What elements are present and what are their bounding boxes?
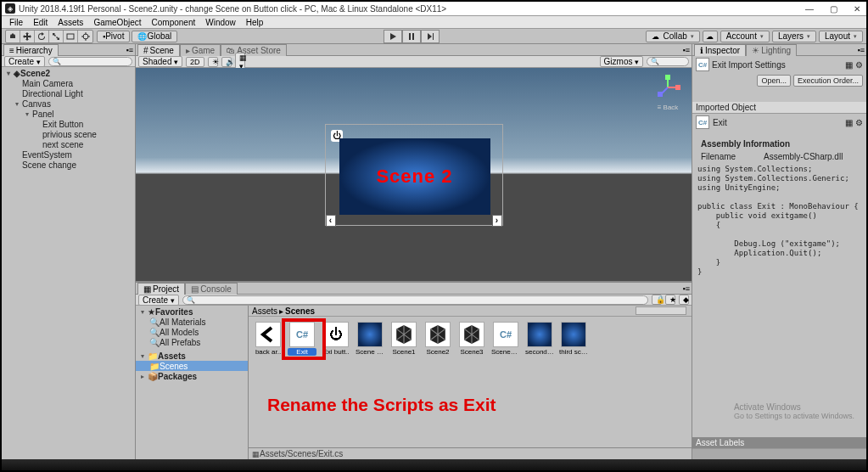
persp-label[interactable]: ≡ Back <box>658 104 679 111</box>
step-button[interactable] <box>421 30 440 43</box>
titlebar: ◈ Unity 2018.4.19f1 Personal - Scene2.un… <box>2 2 866 16</box>
play-button[interactable] <box>384 30 402 43</box>
svg-rect-6 <box>675 85 680 90</box>
tab-project[interactable]: ▦ Project <box>137 283 185 295</box>
panel-menu-icon[interactable]: ▪≡ <box>683 284 690 293</box>
cloud-button[interactable]: ☁ <box>703 31 718 42</box>
cs-icon: C# <box>696 115 709 129</box>
asset-item[interactable]: C#Exit <box>288 322 316 356</box>
menu-assets[interactable]: Assets <box>53 18 87 27</box>
rotate-tool-button[interactable] <box>35 31 49 42</box>
tab-game[interactable]: ▸ Game <box>180 44 221 56</box>
menu-edit[interactable]: Edit <box>29 18 52 27</box>
help-icon[interactable]: ▦ ⚙ <box>845 60 863 70</box>
hierarchy-tab[interactable]: ≡ Hierarchy <box>3 44 59 56</box>
asset-item[interactable]: C#SceneCh.. <box>491 322 520 356</box>
rect-tool-button[interactable] <box>64 31 78 42</box>
project-create-button[interactable]: Create ▾ <box>138 295 179 306</box>
icon-size-slider[interactable] <box>636 306 686 315</box>
scenes-folder[interactable]: 📁 Scenes <box>136 361 248 371</box>
hierarchy-item[interactable]: privious scene <box>2 129 135 139</box>
scene-search-input[interactable]: 🔍 <box>647 57 689 66</box>
scene-view[interactable]: ≡ Back ⏻ Scene 2 ‹ › <box>136 68 692 281</box>
fav-item[interactable]: 🔍 All Models <box>136 327 248 337</box>
panel-menu-icon[interactable]: ▪≡ <box>683 46 690 54</box>
maximize-button[interactable]: ▢ <box>827 3 839 14</box>
orientation-gizmo[interactable]: ≡ Back <box>651 75 685 126</box>
fav-item[interactable]: 🔍 All Prefabs <box>136 337 248 347</box>
prev-button[interactable]: ‹ <box>326 215 336 227</box>
pause-button[interactable] <box>402 30 421 43</box>
close-button[interactable]: ✕ <box>851 3 863 14</box>
packages-folder[interactable]: ▸📦 Packages <box>136 371 248 381</box>
menu-gameobject[interactable]: GameObject <box>89 18 145 27</box>
hierarchy-item[interactable]: Main Camera <box>2 78 135 88</box>
hierarchy-item[interactable]: ▾Panel <box>2 109 135 119</box>
audio-toggle[interactable]: 🔊 <box>221 57 232 67</box>
layout-dropdown[interactable]: Layout <box>819 31 863 42</box>
filter-icon[interactable]: 🔒 <box>652 295 662 305</box>
hierarchy-search-input[interactable]: 🔍 <box>48 57 132 66</box>
menu-component[interactable]: Component <box>148 18 200 27</box>
hierarchy-item[interactable]: Scene change <box>2 160 135 170</box>
tab-lighting[interactable]: ☀ Lighting <box>746 44 797 56</box>
mode-2d-toggle[interactable]: 2D <box>186 57 204 67</box>
lighting-toggle[interactable]: ☀ <box>208 57 218 67</box>
tab-console[interactable]: ▤ Console <box>185 283 238 295</box>
filter-icon[interactable]: ★ <box>665 295 675 305</box>
tab-inspector[interactable]: ℹ Inspector <box>694 44 746 56</box>
asset-item[interactable]: third sce.. <box>559 322 588 356</box>
shaded-dropdown[interactable]: Shaded ▾ <box>138 56 182 67</box>
layers-dropdown[interactable]: Layers <box>772 31 816 42</box>
project-search-input[interactable]: 🔍 <box>182 295 648 305</box>
asset-item[interactable]: Scene3 <box>457 322 486 356</box>
asset-thumb <box>255 322 281 347</box>
windows-watermark: Activate Windows Go to Settings to activ… <box>734 402 854 420</box>
minimize-button[interactable]: — <box>804 3 815 14</box>
pivot-mode-button[interactable]: ▪ Pivot <box>97 31 130 42</box>
hierarchy-item[interactable]: next scene <box>2 139 135 149</box>
scale-tool-button[interactable] <box>49 31 64 42</box>
hierarchy-item[interactable]: Exit Button <box>2 119 135 129</box>
panel-menu-icon[interactable]: ▪≡ <box>858 46 865 54</box>
asset-labels-header[interactable]: Asset Labels <box>692 437 866 449</box>
asset-item[interactable]: second s.. <box>525 322 554 356</box>
next-button[interactable]: › <box>492 215 502 227</box>
assembly-info-header: Assembly Information <box>692 138 866 150</box>
hierarchy-item[interactable]: Directional Light <box>2 88 135 98</box>
move-tool-button[interactable] <box>20 31 35 42</box>
hierarchy-create-button[interactable]: Create ▾ <box>4 56 45 67</box>
component-menu-icon[interactable]: ▦ ⚙ <box>845 118 863 127</box>
execution-order-button[interactable]: Execution Order... <box>793 75 863 87</box>
asset-item[interactable]: back ar.. <box>254 322 283 356</box>
menu-window[interactable]: Window <box>201 18 240 27</box>
hierarchy-item[interactable]: EventSystem <box>2 149 135 160</box>
collab-dropdown[interactable]: ☁ Collab <box>646 31 699 42</box>
asset-label: Scene 1 .. <box>356 348 384 356</box>
canvas-panel[interactable]: ⏻ Scene 2 ‹ › <box>325 124 503 226</box>
menu-help[interactable]: Help <box>242 18 268 27</box>
fav-item[interactable]: 🔍 All Materials <box>136 317 248 327</box>
scene-root[interactable]: ▾◈ Scene2 <box>2 68 135 78</box>
favorites-folder[interactable]: ▾★ Favorites <box>136 306 248 317</box>
panel-menu-icon[interactable]: ▪≡ <box>126 46 133 54</box>
breadcrumb-item[interactable]: Assets <box>252 306 277 316</box>
tab-scene[interactable]: # Scene <box>137 44 180 56</box>
filter-icon[interactable]: ◆ <box>679 295 689 305</box>
asset-item[interactable]: Scene2 <box>423 322 452 356</box>
asset-label: Scene1 <box>389 348 418 356</box>
asset-item[interactable]: Scene1 <box>389 322 418 356</box>
account-dropdown[interactable]: Account <box>720 31 770 42</box>
rotation-mode-button[interactable]: 🌐 Global <box>132 31 177 42</box>
gizmos-dropdown[interactable]: Gizmos ▾ <box>600 56 643 67</box>
tab-asset-store[interactable]: 🛍 Asset Store <box>221 44 287 56</box>
menu-file[interactable]: File <box>5 18 27 27</box>
open-button[interactable]: Open... <box>757 75 791 87</box>
assets-folder[interactable]: ▾📁 Assets <box>136 351 248 361</box>
hand-tool-button[interactable] <box>6 31 20 42</box>
breadcrumb-item[interactable]: Scenes <box>285 306 315 316</box>
asset-item[interactable]: Scene 1 .. <box>356 322 384 356</box>
transform-tool-button[interactable] <box>78 31 92 42</box>
asset-item[interactable]: ⏻Exi butt.. <box>322 322 350 356</box>
hierarchy-item[interactable]: ▾Canvas <box>2 98 135 109</box>
